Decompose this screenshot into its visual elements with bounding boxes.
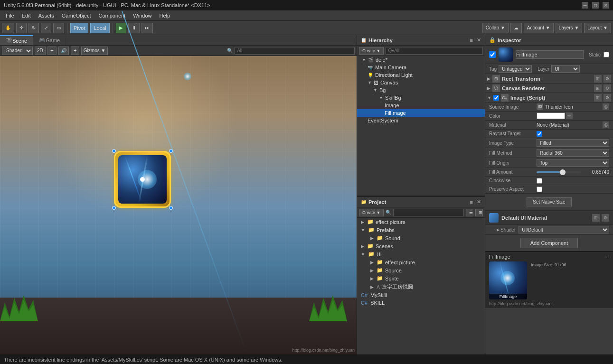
project-search-input[interactable] — [393, 209, 464, 216]
tab-game[interactable]: 🎮 Game — [33, 35, 66, 45]
menu-help[interactable]: Help — [155, 12, 174, 19]
color-pick-btn[interactable]: ✏ — [566, 112, 573, 119]
image-enabled-checkbox[interactable] — [493, 95, 499, 101]
fill-origin-select[interactable]: Top — [537, 159, 609, 167]
object-name-input[interactable]: FillImage — [516, 50, 584, 59]
hier-item-skillbg[interactable]: ▼ SkillBg — [357, 94, 485, 102]
rect-transform-gear-btn[interactable]: ⚙ — [604, 75, 611, 83]
collab-button[interactable]: Collab ▼ — [482, 23, 509, 33]
handle-bottom-right[interactable] — [169, 206, 173, 210]
proj-item-prefabs[interactable]: ▼ 📁 Prefabs — [357, 226, 485, 234]
material-gear-btn[interactable]: ⚙ — [602, 214, 609, 222]
proj-item-ui[interactable]: ▼ 📁 UI — [357, 250, 485, 258]
proj-item-scenes[interactable]: ▶ 📁 Scenes — [357, 242, 485, 250]
minimize-button[interactable]: ─ — [582, 2, 588, 9]
clockwise-checkbox[interactable] — [537, 178, 542, 184]
raycast-target-checkbox[interactable] — [537, 131, 542, 137]
material-expand-btn[interactable]: ⊞ — [592, 214, 600, 222]
hier-item-dele[interactable]: ▼ 🎬 dele* — [357, 56, 485, 64]
global-button[interactable]: Local — [90, 23, 109, 33]
scene-viewport[interactable]: http://blog.csdn.net/bing_zhiyuan — [0, 56, 357, 355]
proj-item-source[interactable]: ▶ 📁 Source — [357, 266, 485, 274]
proj-item-sprite[interactable]: ▶ 📁 Sprite — [357, 274, 485, 282]
effect-button[interactable]: ✦ — [71, 47, 79, 55]
project-list-view-btn[interactable]: ☰ — [466, 209, 473, 216]
shader-select[interactable]: UI/Default — [519, 226, 609, 233]
hierarchy-menu-btn[interactable]: ≡ — [470, 37, 473, 43]
proj-item-skill[interactable]: C# SKILL — [357, 299, 485, 307]
project-close-btn[interactable]: ✕ — [477, 199, 481, 205]
set-native-size-button[interactable]: Set Native Size — [527, 197, 571, 206]
scene-search-input[interactable] — [235, 47, 355, 55]
handle-top-left[interactable] — [112, 149, 116, 153]
preview-menu-btn[interactable]: ≡ — [606, 254, 609, 260]
hier-item-image[interactable]: Image — [357, 102, 485, 109]
tag-select[interactable]: Untagged — [499, 65, 532, 73]
material-pick-btn[interactable]: ◎ — [603, 121, 609, 128]
hier-item-eventsystem[interactable]: EventSystem — [357, 117, 485, 124]
hierarchy-search-input[interactable] — [386, 47, 483, 55]
menu-edit[interactable]: Edit — [18, 12, 35, 19]
menu-assets[interactable]: Assets — [35, 12, 58, 19]
move-tool[interactable]: ✛ — [16, 23, 27, 33]
menu-gameobject[interactable]: GameObject — [58, 12, 95, 19]
cloud-button[interactable]: ☁ — [510, 23, 522, 33]
object-enabled-checkbox[interactable] — [489, 51, 496, 58]
proj-item-effect[interactable]: ▶ 📁 effect picture — [357, 218, 485, 226]
hier-item-dirlight[interactable]: 💡 Directional Light — [357, 71, 485, 79]
account-button[interactable]: Account ▼ — [524, 23, 554, 33]
hier-item-bg[interactable]: ▼ Bg — [357, 86, 485, 94]
menu-file[interactable]: File — [2, 12, 18, 19]
hierarchy-close-btn[interactable]: ✕ — [477, 37, 481, 43]
rect-transform-header[interactable]: ▶ ⊞ Rect Transform ⊞ ⚙ — [485, 74, 613, 84]
maximize-button[interactable]: □ — [592, 2, 599, 9]
pivot-button[interactable]: Pivot — [70, 23, 88, 33]
static-checkbox[interactable] — [604, 52, 609, 57]
tab-scene[interactable]: 🎬 Scene — [0, 35, 33, 45]
project-grid-view-btn[interactable]: ⊞ — [475, 209, 483, 216]
canvas-renderer-header[interactable]: ▶ ⬡ Canvas Renderer ⊞ ⚙ — [485, 84, 613, 93]
canvas-renderer-expand-btn[interactable]: ⊞ — [594, 84, 602, 92]
close-button[interactable]: ✕ — [603, 2, 609, 9]
color-swatch[interactable] — [537, 112, 565, 119]
proj-item-myskill[interactable]: C# MySkill — [357, 291, 485, 299]
preserve-aspect-checkbox[interactable] — [537, 187, 542, 192]
project-menu-btn[interactable]: ≡ — [470, 199, 473, 205]
2d-button[interactable]: 2D — [35, 47, 46, 55]
proj-item-font[interactable]: ▶ A 造字工房悦圆 — [357, 282, 485, 291]
source-image-pick-btn[interactable]: ◎ — [603, 103, 609, 110]
image-script-gear-btn[interactable]: ⚙ — [604, 94, 611, 102]
image-type-select[interactable]: Filled — [537, 139, 609, 147]
project-create-btn[interactable]: Create ▼ — [359, 209, 384, 216]
hier-item-fillimage[interactable]: FillImage — [357, 109, 485, 117]
layout-button[interactable]: Layout ▼ — [584, 23, 611, 33]
step-button[interactable]: ⏭ — [141, 23, 153, 33]
proj-item-sound[interactable]: ▶ 📁 Sound — [357, 234, 485, 242]
hierarchy-create-btn[interactable]: Create ▼ — [359, 47, 384, 55]
hier-item-canvas[interactable]: ▼ 🖼 Canvas — [357, 79, 485, 86]
rect-tool[interactable]: ▭ — [53, 23, 64, 33]
hier-item-maincamera[interactable]: 📷 Main Camera — [357, 64, 485, 71]
canvas-renderer-gear-btn[interactable]: ⚙ — [604, 84, 611, 92]
rotate-tool[interactable]: ↻ — [28, 23, 39, 33]
gizmos-button[interactable]: Gizmos ▼ — [81, 47, 108, 55]
proj-item-effect2[interactable]: ▶ 📁 effect picture — [357, 258, 485, 266]
audio-button[interactable]: 🔊 — [58, 47, 69, 55]
rect-transform-expand-btn[interactable]: ⊞ — [594, 75, 602, 83]
handle-center[interactable] — [140, 177, 145, 182]
hand-tool[interactable]: ✋ — [2, 23, 14, 33]
image-script-header[interactable]: ▼ C# Image (Script) ⊞ ⚙ — [485, 93, 613, 103]
image-script-expand-btn[interactable]: ⊞ — [594, 94, 602, 102]
scale-tool[interactable]: ⤢ — [41, 23, 51, 33]
handle-bottom-left[interactable] — [112, 206, 116, 210]
fill-amount-slider[interactable] — [537, 171, 581, 173]
fill-method-select[interactable]: Radial 360 — [537, 149, 609, 157]
scene-skill-icon[interactable] — [114, 151, 171, 208]
play-button[interactable]: ▶ — [116, 23, 126, 33]
menu-window[interactable]: Window — [129, 12, 155, 19]
layer-select[interactable]: UI — [551, 65, 580, 73]
add-component-button[interactable]: Add Component — [520, 238, 578, 248]
lighting-button[interactable]: ☀ — [47, 47, 57, 55]
shading-mode-select[interactable]: Shaded — [2, 47, 33, 55]
layers-button[interactable]: Layers ▼ — [556, 23, 583, 33]
